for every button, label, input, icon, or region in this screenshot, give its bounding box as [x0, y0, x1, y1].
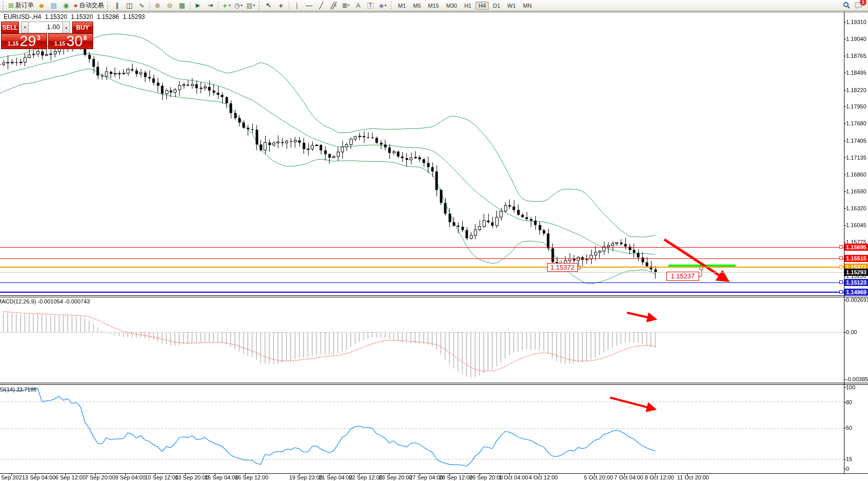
- pane-separator-rsi-top[interactable]: [0, 383, 868, 383]
- template-icon: ▧: [246, 2, 252, 9]
- bid-price-button[interactable]: 1.15 29 3: [1, 33, 47, 49]
- candlestick-icon: ◫: [126, 2, 133, 9]
- timeframe-w1[interactable]: W1: [504, 2, 519, 10]
- zoom-in-button[interactable]: ⊕: [151, 1, 164, 11]
- crosshair-button[interactable]: ＋: [275, 1, 287, 11]
- arrows-button[interactable]: ◈▾: [377, 1, 389, 11]
- indicators-button[interactable]: ＋▾: [220, 1, 232, 11]
- channel-icon: ╱╱: [331, 2, 335, 9]
- new-order-button[interactable]: ⊞ 新订单: [7, 1, 35, 11]
- toolbar-grip[interactable]: [390, 2, 393, 9]
- new-order-icon: ⊞: [8, 2, 14, 9]
- line-chart-button[interactable]: ∿: [136, 1, 148, 11]
- market-watch-button[interactable]: ◆: [35, 1, 48, 11]
- bar-chart-button[interactable]: ∥: [111, 1, 123, 11]
- chart-shift-button[interactable]: ⇥: [204, 1, 216, 11]
- toolbar-grip[interactable]: [3, 2, 5, 9]
- ohlc-high: 1.15320: [71, 13, 93, 20]
- timeframe-h4[interactable]: H4: [475, 2, 489, 10]
- ask-main: 30: [66, 34, 82, 49]
- pane-separator-rsi-bottom[interactable]: [0, 384, 868, 385]
- zoom-out-button[interactable]: ⊖: [164, 1, 176, 11]
- pane-separator-macd-top[interactable]: [0, 295, 868, 296]
- vertical-line-button[interactable]: ｜: [291, 1, 303, 11]
- notifications-button[interactable]: 1: [853, 1, 865, 11]
- ohlc-low: 1.15286: [97, 13, 119, 20]
- pane-separator-macd-bottom[interactable]: [0, 297, 868, 297]
- price-tag-1.15237[interactable]: 1.15237: [666, 272, 699, 281]
- search-button[interactable]: [840, 1, 853, 11]
- chevron-down-icon: ▾: [384, 3, 386, 8]
- timeframe-m15[interactable]: M15: [425, 2, 442, 10]
- volume-spinner: ▼ 1.00 ▲: [21, 21, 70, 33]
- text-label-icon: T: [367, 3, 374, 9]
- volume-decrease-button[interactable]: ▼: [21, 21, 29, 33]
- tile-windows-button[interactable]: ▦: [176, 1, 188, 11]
- price-tag-1.15372[interactable]: 1.15372: [547, 263, 578, 272]
- line-chart-icon: ∿: [139, 2, 144, 9]
- chart-title: EURUSD-,H4 1.15320 1.15320 1.15286 1.152…: [4, 13, 147, 20]
- chevron-down-icon: ▾: [253, 3, 255, 8]
- toolbar-grip[interactable]: [107, 2, 110, 9]
- timeframe-h1[interactable]: H1: [461, 2, 474, 10]
- chevron-down-icon: ▾: [229, 3, 231, 8]
- signals-button[interactable]: ◉: [60, 1, 72, 11]
- ask-price-button[interactable]: 1.15 30 8: [48, 33, 93, 49]
- rsi-label: RSI(14) 33.7186: [0, 386, 37, 392]
- bid-prefix: 1.15: [8, 40, 18, 47]
- search-icon: [843, 2, 851, 9]
- text-label-button[interactable]: T: [364, 1, 377, 11]
- zoom-out-icon: ⊖: [167, 2, 172, 9]
- tile-windows-icon: ▦: [179, 2, 185, 9]
- indicators-plus-icon: ＋: [222, 2, 228, 9]
- chart-canvas[interactable]: [0, 0, 868, 481]
- timeframe-mn[interactable]: MN: [520, 2, 535, 10]
- timeframe-m30[interactable]: M30: [443, 2, 460, 10]
- clock-icon: ◷: [234, 2, 240, 9]
- volume-input[interactable]: 1.00: [29, 21, 62, 33]
- bar-chart-icon: ∥: [116, 2, 119, 9]
- notification-badge: 1: [860, 0, 866, 6]
- bid-main: 29: [19, 34, 36, 49]
- equidistant-channel-button[interactable]: ╱╱E: [328, 1, 340, 11]
- buy-button[interactable]: BUY: [72, 21, 93, 33]
- signal-icon: ◉: [63, 2, 69, 9]
- toolbar-grip[interactable]: [258, 2, 261, 9]
- cursor-button[interactable]: ↖: [263, 1, 275, 11]
- main-toolbar: ⊞ 新订单 ◆ ▤ ◉ ● 自动交易 ∥ ◫ ∿ ⊕ ⊖ ▦ ▶ ⇥ ＋▾ ◷▾…: [0, 0, 868, 11]
- price-axis-line: [844, 12, 844, 473]
- bid-pip: 3: [37, 34, 40, 41]
- volume-increase-button[interactable]: ▲: [62, 21, 70, 33]
- auto-scroll-button[interactable]: ▶: [192, 1, 204, 11]
- chart-top-border: [0, 12, 868, 12]
- autotrade-button[interactable]: ● 自动交易: [72, 1, 105, 11]
- templates-button[interactable]: ▧▾: [245, 1, 257, 11]
- timeframe-m5[interactable]: M5: [410, 2, 424, 10]
- timeframe-d1[interactable]: D1: [490, 2, 503, 10]
- text-button[interactable]: A: [352, 1, 364, 11]
- ohlc-open: 1.15320: [45, 13, 67, 20]
- history-center-button[interactable]: ▤: [48, 1, 60, 11]
- horizontal-line-button[interactable]: —: [303, 1, 315, 11]
- ask-pip: 8: [83, 34, 87, 41]
- horizontal-line-icon: —: [306, 2, 312, 9]
- sell-button[interactable]: SELL: [1, 21, 19, 33]
- crosshair-icon: ＋: [277, 2, 284, 9]
- zoom-in-icon: ⊕: [155, 2, 160, 9]
- funnel-icon: ◆: [39, 2, 44, 9]
- text-icon: A: [356, 2, 360, 9]
- timeframe-m1[interactable]: M1: [395, 2, 409, 10]
- shapes-icon: ◈: [379, 2, 384, 9]
- autotrade-label: 自动交易: [79, 1, 104, 10]
- fibonacci-button[interactable]: ≣F: [340, 1, 352, 11]
- symbol-period: EURUSD-,H4: [4, 13, 41, 20]
- trendline-button[interactable]: ╱: [315, 1, 328, 11]
- chevron-down-icon: ▾: [241, 3, 243, 8]
- periods-button[interactable]: ◷▾: [232, 1, 245, 11]
- auto-scroll-icon: ▶: [196, 3, 200, 8]
- chart-shift-icon: ⇥: [207, 2, 213, 9]
- ask-prefix: 1.15: [54, 40, 65, 47]
- candlestick-chart-button[interactable]: ◫: [123, 1, 136, 11]
- time-axis-line: [0, 473, 868, 474]
- trendline-icon: ╱: [319, 2, 323, 9]
